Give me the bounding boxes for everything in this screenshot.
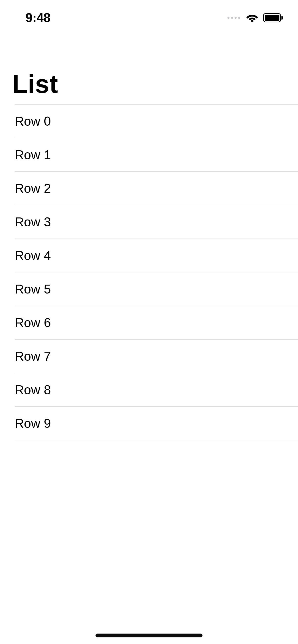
list-row-label: Row 8 bbox=[15, 383, 51, 397]
wifi-icon bbox=[246, 13, 259, 22]
list-row-label: Row 9 bbox=[15, 416, 51, 431]
battery-icon bbox=[263, 13, 283, 22]
home-indicator[interactable] bbox=[96, 634, 202, 637]
list-row[interactable]: Row 6 bbox=[15, 306, 298, 340]
list[interactable]: Row 0 Row 1 Row 2 Row 3 Row 4 Row 5 Row … bbox=[15, 104, 298, 440]
content-area: List Row 0 Row 1 Row 2 Row 3 Row 4 Row 5… bbox=[0, 36, 298, 644]
status-time: 9:48 bbox=[25, 10, 50, 25]
list-row-label: Row 4 bbox=[15, 248, 51, 263]
list-row-label: Row 1 bbox=[15, 148, 51, 162]
list-row[interactable]: Row 7 bbox=[15, 340, 298, 373]
list-row[interactable]: Row 0 bbox=[15, 105, 298, 138]
list-row[interactable]: Row 8 bbox=[15, 373, 298, 407]
list-row-label: Row 5 bbox=[15, 282, 51, 297]
list-row-label: Row 2 bbox=[15, 181, 51, 196]
list-row[interactable]: Row 3 bbox=[15, 205, 298, 239]
svg-point-0 bbox=[251, 20, 253, 22]
status-bar: 9:48 bbox=[0, 0, 298, 36]
list-row[interactable]: Row 1 bbox=[15, 138, 298, 172]
list-row-label: Row 3 bbox=[15, 215, 51, 229]
page-title: List bbox=[0, 36, 298, 104]
list-row-label: Row 0 bbox=[15, 114, 51, 129]
list-row[interactable]: Row 2 bbox=[15, 172, 298, 205]
status-indicators bbox=[227, 13, 283, 22]
list-row-label: Row 6 bbox=[15, 315, 51, 330]
list-row[interactable]: Row 5 bbox=[15, 272, 298, 306]
list-row-label: Row 7 bbox=[15, 349, 51, 364]
cellular-dots-icon bbox=[227, 17, 240, 19]
list-row[interactable]: Row 9 bbox=[15, 407, 298, 440]
list-row[interactable]: Row 4 bbox=[15, 239, 298, 272]
